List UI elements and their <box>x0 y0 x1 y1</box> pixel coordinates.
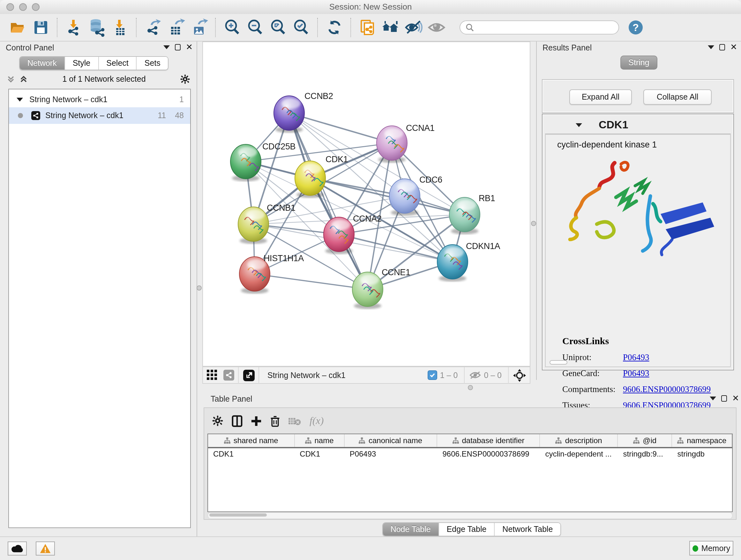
open-session-button[interactable] <box>6 16 29 39</box>
float-panel-icon[interactable] <box>721 395 727 401</box>
clear-table-icon[interactable] <box>288 416 301 426</box>
tab-sets[interactable]: Sets <box>137 57 168 70</box>
table-cell[interactable]: stringdb:9... <box>618 448 672 460</box>
birds-eye-view-icon[interactable] <box>207 370 218 381</box>
table-row[interactable]: CDK1CDK1P064939606.ENSP00000378699cyclin… <box>208 448 732 460</box>
tab-select[interactable]: Select <box>98 57 137 70</box>
crosslink-link[interactable]: P06493 <box>623 368 650 379</box>
crosslink-link[interactable]: P06493 <box>623 353 650 363</box>
column-header-database-identifier[interactable]: database identifier <box>437 434 540 447</box>
panel-menu-icon[interactable] <box>710 396 716 400</box>
bottom-splitter-handle[interactable] <box>468 385 473 390</box>
memory-button[interactable]: Memory <box>689 541 733 556</box>
node-label-RB1: RB1 <box>479 193 495 203</box>
table-cell[interactable]: P06493 <box>345 448 437 460</box>
close-panel-icon[interactable]: ✕ <box>732 395 739 401</box>
disclosure-triangle-icon[interactable] <box>576 123 582 127</box>
network-overview-icon[interactable] <box>223 370 234 381</box>
export-network-button[interactable] <box>142 16 165 39</box>
help-button[interactable]: ? <box>624 16 647 39</box>
column-header-shared-name[interactable]: shared name <box>208 434 294 447</box>
network-name: String Network – cdk1 <box>45 111 124 120</box>
results-scrollbar-thumb[interactable] <box>549 360 567 365</box>
network-options-gear-icon[interactable] <box>180 74 190 84</box>
network-view-canvas[interactable]: CCNB2CCNA1CDC25BCDK1CDC6RB1CCNB1CCNA2CDK… <box>202 42 530 367</box>
memory-status-dot <box>692 545 698 551</box>
delete-column-trash-icon[interactable] <box>270 415 280 427</box>
table-horizontal-scrollbar[interactable] <box>207 512 733 519</box>
node-RB1[interactable] <box>449 197 480 234</box>
function-builder-icon[interactable]: f(x) <box>310 415 324 427</box>
edge-HIST1H1A-CCNE1[interactable] <box>255 274 367 289</box>
node-CDKN1A[interactable] <box>437 245 468 282</box>
search-input[interactable] <box>474 22 604 33</box>
right-splitter-handle[interactable] <box>531 221 536 226</box>
tab-node-table[interactable]: Node Table <box>383 523 439 536</box>
search-box[interactable] <box>460 20 619 35</box>
node-CDK1[interactable] <box>295 161 326 198</box>
close-panel-icon[interactable]: ✕ <box>730 44 737 51</box>
node-CCNB2[interactable] <box>274 96 305 133</box>
network-group-row[interactable]: String Network – cdk1 1 <box>9 92 190 107</box>
import-network-button[interactable] <box>63 16 85 39</box>
network-row[interactable]: String Network – cdk1 11 48 <box>9 107 190 124</box>
enhanced-labels-toggle-button[interactable] <box>402 16 425 39</box>
disclosure-triangle-icon[interactable] <box>17 98 23 102</box>
table-cell[interactable]: stringdb <box>672 448 732 460</box>
tab-string[interactable]: String <box>620 56 657 70</box>
float-panel-icon[interactable] <box>719 44 725 51</box>
node-CDC25B[interactable] <box>230 144 261 181</box>
refresh-button[interactable] <box>323 16 346 39</box>
panel-menu-icon[interactable] <box>708 45 714 49</box>
node-CCNE1[interactable] <box>352 272 383 309</box>
left-splitter-handle[interactable] <box>197 286 202 291</box>
string-homes-button[interactable] <box>379 16 402 39</box>
network-graph[interactable]: CCNB2CCNA1CDC25BCDK1CDC6RB1CCNB1CCNA2CDK… <box>203 42 530 366</box>
column-header-description[interactable]: description <box>540 434 618 447</box>
open-in-window-icon[interactable] <box>243 369 255 381</box>
show-graphics-details-button[interactable] <box>425 16 448 39</box>
edge-CCNB2-CCNA1[interactable] <box>289 113 392 143</box>
export-table-button[interactable] <box>165 16 188 39</box>
collapse-all-icon[interactable] <box>6 75 15 84</box>
string-protein-query-button[interactable] <box>356 16 379 39</box>
gene-header-row[interactable]: CDK1 <box>545 117 731 134</box>
tab-network-table[interactable]: Network Table <box>495 523 560 536</box>
expand-all-icon[interactable] <box>19 75 28 84</box>
table-cell[interactable]: cyclin-dependent ... <box>540 448 618 460</box>
import-table-button[interactable] <box>109 16 131 39</box>
save-session-button[interactable] <box>29 16 52 39</box>
zoom-in-button[interactable] <box>221 16 244 39</box>
create-column-plus-icon[interactable] <box>251 415 262 426</box>
tab-network[interactable]: Network <box>20 57 65 70</box>
node-CCNA1[interactable] <box>377 126 407 163</box>
cloud-status-button[interactable] <box>8 542 27 556</box>
zoom-fit-button[interactable] <box>267 16 290 39</box>
zoom-selected-button[interactable] <box>290 16 313 39</box>
column-header-name[interactable]: name <box>294 434 344 447</box>
scrollbar-thumb[interactable] <box>209 513 267 516</box>
close-panel-icon[interactable]: ✕ <box>186 44 193 51</box>
warnings-button[interactable] <box>36 542 55 556</box>
table-cell[interactable]: CDK1 <box>294 448 344 460</box>
panel-menu-icon[interactable] <box>163 45 170 49</box>
column-header-canonical-name[interactable]: canonical name <box>345 434 437 447</box>
zoom-out-button[interactable] <box>244 16 267 39</box>
collapse-all-button[interactable]: Collapse All <box>643 89 712 105</box>
fit-content-crosshair-icon[interactable] <box>513 369 526 381</box>
tab-style[interactable]: Style <box>65 57 99 70</box>
expand-all-button[interactable]: Expand All <box>569 89 632 105</box>
export-image-button[interactable] <box>188 16 211 39</box>
column-header-@id[interactable]: @id <box>618 434 672 447</box>
column-header-namespace[interactable]: namespace <box>672 434 732 447</box>
table-options-gear-icon[interactable] <box>212 415 223 427</box>
table-cell[interactable]: CDK1 <box>208 448 294 460</box>
selected-items-checkbox[interactable] <box>428 370 437 380</box>
show-columns-icon[interactable] <box>232 415 243 427</box>
float-panel-icon[interactable] <box>175 44 181 51</box>
tab-edge-table[interactable]: Edge Table <box>439 523 495 536</box>
hidden-items-eye-slash-icon[interactable] <box>469 370 481 380</box>
import-network-from-database-button[interactable] <box>85 16 109 39</box>
node-CCNB1[interactable] <box>238 207 269 244</box>
table-cell[interactable]: 9606.ENSP00000378699 <box>437 448 540 460</box>
